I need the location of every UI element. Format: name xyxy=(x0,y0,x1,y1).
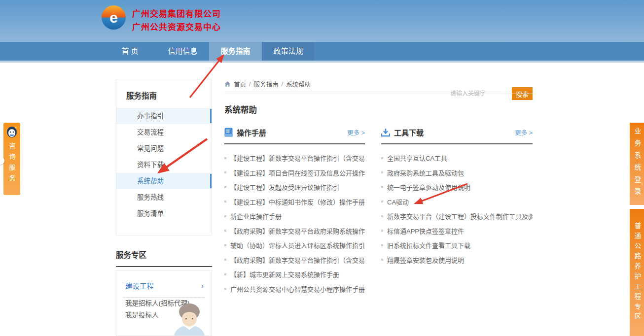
nav-tab-service-guide[interactable]: 服务指南 xyxy=(209,42,262,61)
list-item[interactable]: 【政府采购】新数字交易平台政府采购系统操作视频 xyxy=(224,224,365,238)
page-title: 系统帮助 xyxy=(224,103,257,115)
bullet-icon xyxy=(224,273,226,275)
sidebar-item-fuwu-qingdan[interactable]: 服务清单 xyxy=(116,205,212,222)
bullet-icon xyxy=(224,230,226,232)
list-item[interactable]: 辅助（协助）评标人员进入评标区系统操作指引 xyxy=(224,238,365,253)
list-item[interactable]: 【建设工程】项目合同在线签订及信息公开操作指引 xyxy=(224,166,365,180)
sidebar-item-banshi-zhiyin[interactable]: 办事指引 xyxy=(116,108,212,124)
tools-title: 工具下载 xyxy=(394,127,424,137)
company-name-line1: 广州交易集团有限公司 xyxy=(132,7,221,21)
manuals-more-link[interactable]: 更多 > xyxy=(347,128,365,137)
bullet-icon xyxy=(381,186,383,188)
breadcrumb-service-guide[interactable]: 服务指南 xyxy=(254,79,279,89)
tools-header: 工具下载 更多 > xyxy=(381,127,533,144)
bullet-icon xyxy=(381,215,383,217)
list-item-label: 新企业库操作手册 xyxy=(230,211,282,221)
sidebar-item-ziliao-xiazai[interactable]: 资料下载 xyxy=(116,157,212,173)
nav-tab-policies[interactable]: 政策法规 xyxy=(262,42,315,61)
manuals-title: 操作手册 xyxy=(237,127,266,137)
tools-list: 全国共享互认CA工具 政府采购系统工具及驱动包 统一电子签章驱动及使用说明 CA… xyxy=(381,151,533,267)
mascot-icon xyxy=(5,126,18,138)
list-item[interactable]: 新企业库操作手册 xyxy=(224,209,365,224)
list-item[interactable]: 翔晟签章安装包及使用说明 xyxy=(381,253,533,268)
business-system-login-banner[interactable]: 业务系统登录 xyxy=(630,123,644,205)
sidebar-item-changjian-wenti[interactable]: 常见问题 xyxy=(116,140,212,157)
manuals-list: 【建设工程】新数字交易平台操作指引（含交易系统、文件编... 【建设工程】项目合… xyxy=(224,151,365,296)
list-item-label: 旧系统招标文件查看工具下载 xyxy=(387,240,470,250)
tools-more-link[interactable]: 更多 > xyxy=(515,128,533,137)
nav-tab-credit-info[interactable]: 信用信息 xyxy=(156,42,209,61)
list-item-label: 广州公共资源交易中心智慧交易小程序操作手册 xyxy=(230,284,365,294)
breadcrumb-separator: / xyxy=(282,81,283,88)
list-item-label: 辅助（协助）评标人员进入评标区系统操作指引 xyxy=(230,240,365,250)
list-item-label: 政府采购系统工具及驱动包 xyxy=(387,168,464,177)
sidebar-item-xitong-bangzhu[interactable]: 系统帮助 xyxy=(116,173,212,189)
zone-category-label: 建设工程 xyxy=(125,280,154,291)
business-system-login-label: 业务系统登录 xyxy=(632,128,642,200)
service-zone-box: 建设工程 › 我是招标人(招标代理) 我是投标人 xyxy=(116,270,212,336)
list-item[interactable]: 标信通APP快点签签章控件 xyxy=(381,224,533,238)
manual-book-icon xyxy=(224,128,233,137)
list-item[interactable]: 【新】城市更新网上交易系统操作手册 xyxy=(224,267,365,282)
list-item[interactable]: 统一电子签章驱动及使用说明 xyxy=(381,180,533,195)
list-item-label: 【新】城市更新网上交易系统操作手册 xyxy=(230,269,339,279)
list-item[interactable]: 【建设工程】发起及受理异议操作指引 xyxy=(224,180,365,195)
bullet-icon xyxy=(381,244,383,246)
chevron-right-icon: › xyxy=(201,281,204,290)
list-item-label: 翔晟签章安装包及使用说明 xyxy=(387,255,464,265)
bullet-icon xyxy=(381,157,383,159)
bullet-icon xyxy=(224,201,226,202)
logo-letter: e xyxy=(109,10,118,25)
nav-tab-home[interactable]: 首 页 xyxy=(104,42,156,61)
list-item-label: 【建设工程】中标通知书作废（修改）操作手册 xyxy=(230,197,365,206)
bullet-icon xyxy=(224,259,226,261)
list-item[interactable]: 新数字交易平台（建设工程）投标文件制作工具及驱动包 xyxy=(381,209,533,224)
bullet-icon xyxy=(381,171,383,173)
bullet-icon xyxy=(381,259,383,261)
list-item[interactable]: 全国共享互认CA工具 xyxy=(381,151,533,166)
breadcrumb-current: 系统帮助 xyxy=(286,79,311,89)
bullet-icon xyxy=(381,201,383,202)
list-item[interactable]: 广州公共资源交易中心智慧交易小程序操作手册 xyxy=(224,282,365,297)
list-item[interactable]: 政府采购系统工具及驱动包 xyxy=(381,166,533,180)
bullet-icon xyxy=(224,171,226,173)
site-title: 广州交易集团有限公司 广州公共资源交易中心 xyxy=(132,7,221,34)
site-logo-icon[interactable]: e xyxy=(102,5,126,30)
list-item-label: 统一电子签章驱动及使用说明 xyxy=(387,182,470,192)
consult-service-widget[interactable]: 咨询服务 xyxy=(3,123,20,195)
download-icon xyxy=(381,128,390,137)
list-item[interactable]: 【建设工程】中标通知书作废（修改）操作手册 xyxy=(224,195,365,209)
company-name-line2: 广州公共资源交易中心 xyxy=(132,21,221,34)
list-item[interactable]: 【政府采购】新数字交易平台操作指引（含交易系统、文件编... xyxy=(224,253,365,268)
zone-category-construction[interactable]: 建设工程 › xyxy=(116,270,212,297)
highway-maintenance-zone-banner[interactable]: 普通公路养护工程专区 xyxy=(630,209,644,336)
list-item[interactable]: CA驱动 xyxy=(381,195,533,209)
list-item-label: 【政府采购】新数字交易平台操作指引（含交易系统、文件编... xyxy=(230,255,365,265)
list-item-label: 【政府采购】新数字交易平台政府采购系统操作视频 xyxy=(230,226,365,235)
bullet-icon xyxy=(224,244,226,246)
list-item-label: 【建设工程】项目合同在线签订及信息公开操作指引 xyxy=(230,168,365,177)
breadcrumb-divider xyxy=(224,94,533,94)
sidebar-title: 服务指南 xyxy=(116,79,212,108)
main-nav: 首 页 信用信息 服务指南 政策法规 搜索 xyxy=(0,42,644,61)
list-item-label: 新数字交易平台（建设工程）投标文件制作工具及驱动包 xyxy=(387,211,533,221)
list-item-label: 【建设工程】发起及受理异议操作指引 xyxy=(230,182,339,192)
list-item[interactable]: 【建设工程】新数字交易平台操作指引（含交易系统、文件编... xyxy=(224,151,365,166)
nav-tabs: 首 页 信用信息 服务指南 政策法规 xyxy=(104,42,315,61)
list-item[interactable]: 旧系统招标文件查看工具下载 xyxy=(381,238,533,253)
bullet-icon xyxy=(224,288,226,290)
person-avatar xyxy=(169,299,210,336)
sidebar-item-fuwu-rexian[interactable]: 服务热线 xyxy=(116,189,212,205)
service-zone-title: 服务专区 xyxy=(116,249,212,267)
list-item-label: 【建设工程】新数字交易平台操作指引（含交易系统、文件编... xyxy=(230,153,365,163)
consult-service-label: 咨询服务 xyxy=(7,142,17,186)
highway-maintenance-zone-label: 普通公路养护工程专区 xyxy=(632,222,642,323)
bullet-icon xyxy=(224,215,226,217)
home-icon xyxy=(224,81,231,87)
list-item-label: 标信通APP快点签签章控件 xyxy=(387,226,464,235)
breadcrumb: 首页 / 服务指南 / 系统帮助 xyxy=(224,79,311,89)
service-guide-menu: 服务指南 办事指引 交易流程 常见问题 资料下载 系统帮助 服务热线 服务清单 xyxy=(116,79,212,235)
tools-download-section: 工具下载 更多 > 全国共享互认CA工具 政府采购系统工具及驱动包 统一电子签章… xyxy=(381,127,533,267)
sidebar-item-jiaoyi-liucheng[interactable]: 交易流程 xyxy=(116,124,212,140)
breadcrumb-home[interactable]: 首页 xyxy=(234,79,246,89)
